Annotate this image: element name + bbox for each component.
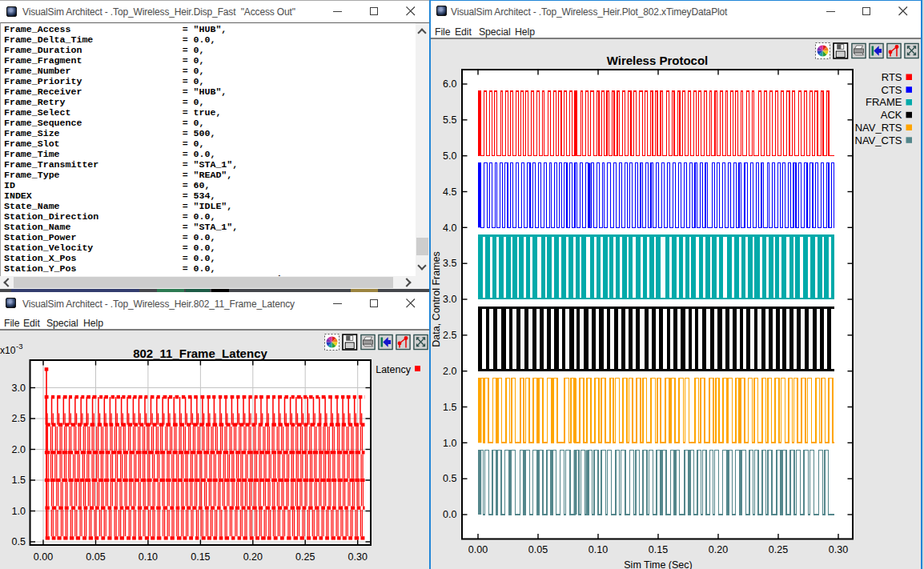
svg-text:802_11_Frame_Latency: 802_11_Frame_Latency [133,347,267,360]
svg-text:FRAME: FRAME [866,96,902,108]
svg-text:0.30: 0.30 [829,544,848,555]
svg-text:0.20: 0.20 [243,551,263,563]
svg-text:3.0: 3.0 [443,294,456,305]
svg-text:1.5: 1.5 [443,402,456,413]
svg-text:0.5: 0.5 [443,473,456,484]
svg-text:0.20: 0.20 [709,544,728,555]
svg-text:2.0: 2.0 [12,444,26,455]
svg-text:0.15: 0.15 [191,551,210,563]
svg-text:0.10: 0.10 [589,544,608,555]
svg-text:x10: x10 [0,345,16,356]
svg-text:NAV_RTS: NAV_RTS [855,122,902,134]
svg-text:1.5: 1.5 [12,475,26,486]
svg-text:1.0: 1.0 [12,506,26,517]
svg-text:Data, Control Frames: Data, Control Frames [431,251,442,347]
svg-text:0.00: 0.00 [468,544,488,555]
svg-text:2.0: 2.0 [443,366,456,377]
svg-text:Wireless Protocol: Wireless Protocol [607,54,709,67]
svg-text:3.0: 3.0 [12,383,26,394]
svg-text:4.5: 4.5 [443,186,456,198]
svg-text:0.05: 0.05 [86,551,105,563]
svg-text:Sim Time (Sec): Sim Time (Sec) [624,559,692,569]
svg-text:0.00: 0.00 [34,551,53,563]
svg-text:RTS: RTS [882,71,902,83]
svg-text:Latency: Latency [376,364,412,375]
svg-text:0.5: 0.5 [12,536,26,547]
svg-text:NAV_CTS: NAV_CTS [855,134,902,146]
svg-text:0.15: 0.15 [649,544,668,555]
svg-text:5.0: 5.0 [443,150,456,162]
svg-text:ACK: ACK [881,109,902,121]
svg-text:4.0: 4.0 [443,222,456,234]
svg-text:0.10: 0.10 [139,551,158,563]
svg-text:0.30: 0.30 [348,551,368,563]
svg-text:3.5: 3.5 [443,258,456,269]
svg-text:2.5: 2.5 [12,413,26,424]
svg-text:0.25: 0.25 [769,544,788,555]
svg-text:0.0: 0.0 [443,509,456,520]
svg-text:1.0: 1.0 [443,438,456,449]
svg-text:0.05: 0.05 [528,544,548,555]
svg-text:CTS: CTS [882,84,902,96]
svg-text:2.5: 2.5 [443,330,456,341]
svg-text:-3: -3 [16,342,22,351]
svg-text:6.0: 6.0 [443,78,456,90]
svg-text:0.25: 0.25 [295,551,315,563]
svg-text:5.5: 5.5 [443,114,456,126]
